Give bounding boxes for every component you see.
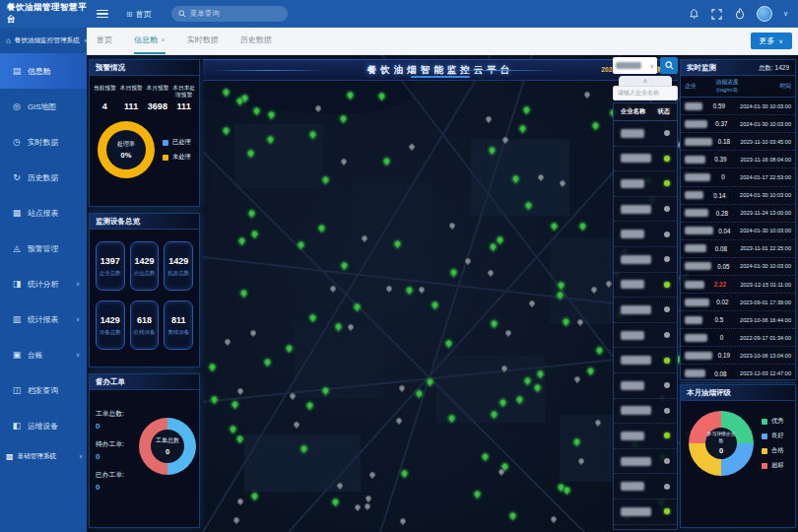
- list-item[interactable]: [614, 399, 677, 425]
- blurred-company-name: [685, 120, 707, 128]
- timestamp: 2024-01-30 10:03:00: [736, 228, 791, 233]
- list-item[interactable]: [614, 449, 677, 475]
- chevron-down-icon: ∨: [79, 453, 83, 459]
- list-item[interactable]: [614, 474, 677, 499]
- table-row[interactable]: 0.022023-09-01 17:39:00: [681, 294, 795, 311]
- sidebar-item-3[interactable]: ↻历史数据: [0, 160, 87, 195]
- table-row[interactable]: 0.142024-01-30 10:03:00: [681, 187, 795, 205]
- device-stat-5[interactable]: 811离线设备: [164, 300, 193, 350]
- company-select[interactable]: ∨: [613, 57, 657, 74]
- bell-icon[interactable]: [689, 8, 700, 20]
- concentration-value: 0.28: [708, 210, 736, 217]
- warning-stats: 当前预警4本日预警111本月预警3698本日未处理预警111: [90, 76, 199, 113]
- sidebar-item-0[interactable]: ▤信息舱: [0, 53, 87, 89]
- tab-1[interactable]: 信息舱×: [134, 28, 166, 54]
- fullscreen-icon[interactable]: [711, 8, 723, 20]
- sidebar-item-7[interactable]: ▥统计报表∨: [0, 301, 87, 337]
- navbar-actions: ∨: [689, 6, 798, 22]
- table-row[interactable]: 0.282023-11-24 13:00:00: [681, 205, 795, 223]
- sidebar-section-base[interactable]: ▩ 基础管理系统 ∨: [0, 443, 87, 469]
- device-stat-0[interactable]: 1397企业总数: [96, 241, 125, 291]
- list-item[interactable]: [614, 499, 677, 525]
- table-row[interactable]: 0.592024-01-30 10:03:00: [681, 98, 795, 115]
- concentration-value: 0.14: [703, 192, 736, 199]
- sidebar-item-8[interactable]: ▣台账∨: [0, 337, 87, 372]
- status-dot: [664, 358, 670, 364]
- table-row[interactable]: 0.182023-11-10 03:45:00: [681, 133, 795, 151]
- tab-0[interactable]: 首页: [97, 28, 112, 54]
- timestamp: 2024-01-30 10:03:00: [736, 103, 791, 109]
- sidebar-item-label: 信息舱: [28, 66, 50, 77]
- blurred-company-name: [621, 356, 651, 365]
- table-row[interactable]: 0.082023-12-03 12:47:00: [681, 365, 795, 382]
- list-item[interactable]: [614, 222, 677, 247]
- sidebar-item-5[interactable]: ◬预警管理: [0, 231, 87, 266]
- search-input[interactable]: 菜单查询: [171, 6, 288, 22]
- legend-swatch: [163, 155, 168, 161]
- legend-item-3: 超标: [762, 461, 784, 470]
- table-row[interactable]: 0.042024-01-30 10:03:00: [681, 223, 795, 240]
- list-item[interactable]: [614, 121, 677, 147]
- search-icon: [665, 61, 674, 70]
- sidebar-item-6[interactable]: ◨统计分析∨: [0, 266, 87, 301]
- list-item[interactable]: [614, 373, 677, 399]
- chevron-down-icon[interactable]: ∨: [783, 10, 788, 18]
- table-row[interactable]: 0.052024-01-30 10:03:00: [681, 258, 795, 276]
- close-tab-icon[interactable]: ×: [161, 35, 166, 44]
- sidebar-section-monitoring[interactable]: ⌂ 餐饮油烟监控管理系统 ∧: [0, 28, 87, 53]
- list-item[interactable]: [614, 323, 677, 349]
- sidebar-item-10[interactable]: ◧运维设备: [0, 408, 87, 443]
- more-button[interactable]: 更多 ∨: [751, 33, 792, 49]
- device-stat-4[interactable]: 618在线设备: [130, 300, 160, 350]
- company-search-input[interactable]: 请输入企业名称: [613, 86, 678, 100]
- devices-panel-title: 监测设备总览: [96, 214, 140, 229]
- device-stat-3[interactable]: 1429设备总数: [96, 300, 125, 350]
- concentration-value: 0.37: [707, 120, 736, 127]
- sidebar-item-2[interactable]: ◷实时数据: [0, 124, 87, 160]
- device-stat-2[interactable]: 1429机器总数: [164, 241, 193, 291]
- flame-icon[interactable]: [734, 8, 746, 20]
- hamburger-menu-icon[interactable]: [97, 8, 108, 21]
- table-row[interactable]: 0.52023-10-06 16:44:00: [681, 311, 795, 329]
- home-breadcrumb[interactable]: ⊞ 首页: [126, 9, 152, 20]
- search-placeholder: 菜单查询: [190, 9, 220, 19]
- table-row[interactable]: 0.082023-11-01 22:25:00: [681, 240, 795, 258]
- sidebar-item-label: 档案查询: [28, 385, 58, 396]
- blurred-company-name: [685, 244, 706, 252]
- device-stat-1[interactable]: 1429点位总数: [130, 241, 160, 291]
- table-row[interactable]: 0.392023-11-16 08:04:00: [681, 151, 795, 168]
- list-item[interactable]: [614, 273, 677, 299]
- tab-3[interactable]: 历史数据: [240, 28, 272, 54]
- list-item[interactable]: [614, 424, 677, 449]
- list-item[interactable]: [614, 348, 677, 373]
- blurred-company-name: [685, 369, 705, 377]
- sidebar-item-4[interactable]: ▦站点报表: [0, 195, 87, 231]
- realtime-rows: 0.592024-01-30 10:03:000.372024-01-30 10…: [681, 98, 795, 383]
- list-item[interactable]: [614, 197, 677, 223]
- avatar[interactable]: [757, 6, 772, 22]
- tab-2[interactable]: 实时数据: [187, 28, 219, 54]
- blurred-company-name: [621, 280, 644, 289]
- list-item[interactable]: [614, 298, 677, 323]
- list-item[interactable]: [614, 171, 677, 197]
- table-row[interactable]: 2.222023-12-15 01:11:00: [681, 276, 795, 294]
- status-dot: [664, 484, 670, 490]
- blurred-company-name: [685, 156, 705, 164]
- list-item[interactable]: [614, 147, 677, 172]
- table-row[interactable]: 02022-09-17 01:34:00: [681, 329, 795, 347]
- table-row[interactable]: 02024-01-17 22:53:00: [681, 168, 795, 186]
- table-row[interactable]: 0.372024-01-30 10:03:00: [681, 115, 795, 133]
- collapse-tab[interactable]: ∧: [619, 76, 672, 86]
- sidebar-item-9[interactable]: ◫档案查询: [0, 372, 87, 408]
- table-row[interactable]: 0.192023-10-06 13:04:00: [681, 347, 795, 365]
- list-item[interactable]: [614, 247, 677, 273]
- status-dot: [664, 382, 670, 388]
- app-root: 餐饮油烟管理智慧平台 ⊞ 首页 菜单查询 ∨ ⌂: [0, 0, 798, 532]
- realtime-total: 总数: 1429: [759, 60, 789, 75]
- map-search-button[interactable]: [660, 57, 678, 74]
- search-icon: [178, 10, 186, 18]
- sidebar-item-1[interactable]: ◎GIS地图: [0, 89, 87, 124]
- device-stat-value: 811: [171, 315, 186, 325]
- title-underline: [411, 76, 470, 78]
- sidebar-item-label: GIS地图: [28, 101, 56, 112]
